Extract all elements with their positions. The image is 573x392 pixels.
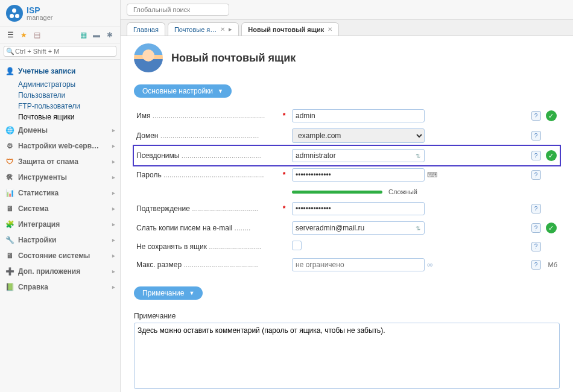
help-icon[interactable]: ?	[531, 223, 541, 233]
toolbar-clipboard-icon[interactable]: ▤	[31, 30, 42, 40]
chevron-right-icon: ▸	[112, 253, 115, 259]
sidebar-group-domains[interactable]: 🌐 Домены ▸	[0, 122, 120, 138]
copies-input[interactable]	[292, 221, 425, 235]
tab-label: Новый почтовый ящик	[248, 26, 324, 33]
sidebar-group-webserver[interactable]: ⚙ Настройки web-серв… ▸	[0, 138, 120, 154]
page-head: Новый почтовый ящик	[134, 43, 560, 72]
sidebar-group-state[interactable]: 🖥 Состояние системы ▸	[0, 248, 120, 264]
required-star: *	[279, 199, 290, 218]
sidebar-search: 🔍	[0, 43, 120, 60]
tab-label: Почтовые я…	[174, 26, 217, 33]
chevron-right-icon: ▸	[229, 25, 232, 33]
sidebar-item-ftp[interactable]: FTP-пользователи	[0, 101, 120, 112]
aliases-input[interactable]	[292, 149, 425, 162]
section-main-settings[interactable]: Основные настройки ▼	[134, 84, 232, 98]
toolbar-star-icon[interactable]: ★	[18, 30, 29, 40]
sidebar-toolbar: ☰ ★ ▤ ▦ ▬ ✱	[0, 27, 120, 43]
chevron-right-icon: ▸	[112, 174, 115, 180]
monitor-icon: 🖥	[5, 251, 14, 261]
toolbar-minus-icon[interactable]: ▬	[91, 30, 102, 40]
sidebar-search-input[interactable]	[4, 46, 116, 57]
chevron-right-icon: ▸	[112, 127, 115, 133]
toolbar-pin-icon[interactable]: ✱	[104, 30, 115, 40]
help-icon[interactable]: ?	[531, 151, 541, 160]
section-note[interactable]: Примечание ▼	[134, 286, 203, 300]
global-search-input[interactable]	[127, 4, 229, 16]
toolbar-list-icon[interactable]: ☰	[5, 30, 16, 40]
sidebar-group-label: Доп. приложения	[18, 267, 80, 276]
sidebar-group-accounts[interactable]: 👤 Учетные записи	[0, 63, 120, 79]
tools-icon: 🛠	[5, 172, 14, 182]
avatar-icon	[134, 43, 163, 72]
note-textarea[interactable]: Здесь можно оставить комментарий (пароль…	[134, 323, 560, 389]
password-input[interactable]	[292, 168, 425, 182]
help-icon[interactable]: ?	[531, 131, 541, 141]
book-icon: 📗	[5, 282, 14, 292]
sidebar-nav: 👤 Учетные записи Администраторы Пользова…	[0, 60, 120, 392]
sidebar-group-label: Учетные записи	[18, 67, 75, 75]
sidebar-group-label: Настройки	[18, 236, 56, 244]
stepper-icon[interactable]: ⇅	[414, 225, 422, 232]
sidebar-item-admins[interactable]: Администраторы	[0, 79, 120, 90]
chevron-right-icon: ▸	[112, 237, 115, 243]
unit-label: Мб	[548, 261, 557, 268]
nosave-checkbox[interactable]	[292, 241, 302, 250]
sidebar-group-label: Состояние системы	[18, 251, 90, 260]
help-icon[interactable]: ?	[531, 111, 541, 121]
sidebar-group-settings[interactable]: 🔧 Настройки ▸	[0, 232, 120, 248]
logo-icon	[6, 5, 23, 22]
sidebar-group-system[interactable]: 🖥 Система ▸	[0, 201, 120, 217]
logo: ISP manager	[0, 0, 120, 27]
name-input[interactable]	[292, 109, 425, 122]
form-main: Имя ....................................…	[134, 106, 560, 274]
label-confirm: Подтверждение	[136, 204, 190, 213]
sidebar-group-label: Справка	[18, 283, 48, 291]
chart-icon: 📊	[5, 188, 14, 198]
close-icon[interactable]: ✕	[220, 26, 225, 33]
label-maxsize: Макс. размер	[136, 261, 182, 269]
sidebar-group-stats[interactable]: 📊 Статистика ▸	[0, 185, 120, 201]
chevron-right-icon: ▸	[112, 190, 115, 196]
chevron-down-icon: ▼	[218, 88, 223, 94]
check-icon: ✓	[546, 223, 557, 233]
stepper-icon[interactable]: ⇅	[414, 153, 422, 159]
sidebar-item-mailboxes[interactable]: Почтовые ящики	[0, 112, 120, 122]
sidebar-group-tools[interactable]: 🛠 Инструменты ▸	[0, 169, 120, 185]
topbar	[121, 0, 573, 20]
help-icon[interactable]: ?	[531, 170, 541, 180]
infinity-icon[interactable]: ∞	[425, 260, 435, 269]
tab-home[interactable]: Главная	[127, 22, 165, 36]
server-icon: 🖥	[5, 204, 14, 213]
sidebar-group-integration[interactable]: 🧩 Интеграция ▸	[0, 217, 120, 232]
sidebar: ISP manager ☰ ★ ▤ ▦ ▬ ✱ 🔍 👤 Учетные запи…	[0, 0, 121, 392]
tab-mailboxes[interactable]: Почтовые я…✕▸	[168, 22, 239, 36]
label-aliases: Псевдонимы	[136, 151, 179, 160]
help-icon[interactable]: ?	[531, 260, 541, 270]
label-copies: Слать копии писем на e-mail	[136, 224, 232, 232]
sidebar-group-label: Защита от спама	[18, 157, 78, 166]
chevron-right-icon: ▸	[112, 284, 115, 290]
tab-new-mailbox[interactable]: Новый почтовый ящик✕	[241, 22, 339, 36]
shield-icon: 🛡	[5, 157, 14, 166]
toolbar-plus-icon[interactable]: ▦	[78, 30, 89, 40]
section-label: Примечание	[142, 289, 184, 297]
sidebar-group-antispam[interactable]: 🛡 Защита от спама ▸	[0, 154, 120, 169]
help-icon[interactable]: ?	[531, 204, 541, 213]
close-icon[interactable]: ✕	[328, 26, 332, 33]
chevron-right-icon: ▸	[112, 206, 115, 212]
sidebar-group-label: Интеграция	[18, 220, 60, 229]
confirm-input[interactable]	[292, 202, 425, 215]
sidebar-group-label: Домены	[18, 126, 48, 134]
help-icon[interactable]: ?	[531, 242, 541, 251]
tab-label: Главная	[133, 26, 159, 33]
domain-select[interactable]: example.com	[292, 128, 425, 143]
maxsize-input[interactable]	[292, 258, 425, 271]
sidebar-group-addons[interactable]: ➕ Доп. приложения ▸	[0, 264, 120, 279]
sidebar-group-help[interactable]: 📗 Справка ▸	[0, 279, 120, 295]
generate-password-icon[interactable]: ⌨	[427, 171, 437, 179]
search-icon: 🔍	[6, 48, 14, 55]
sidebar-item-users[interactable]: Пользователи	[0, 90, 120, 101]
required-star: *	[279, 165, 290, 185]
section-label: Основные настройки	[142, 87, 213, 95]
user-icon: 👤	[5, 66, 14, 76]
